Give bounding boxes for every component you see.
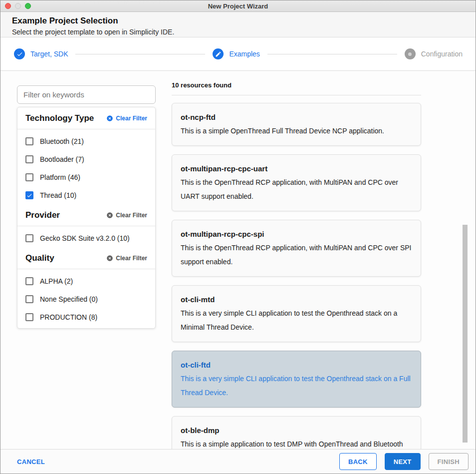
page-title: Example Project Selection [12, 16, 476, 26]
wizard-content: Technology Type Clear Filter Bluetooth (… [0, 71, 476, 449]
close-window-icon[interactable] [5, 3, 11, 9]
example-card-description: This is a very simple CLI application to… [181, 306, 412, 334]
checkbox-icon[interactable] [25, 155, 33, 163]
example-card-list: ot-ncp-ftd This is a simple OpenThread F… [172, 103, 421, 473]
back-button[interactable]: BACK [339, 453, 377, 470]
filter-checkbox-bluetooth-21[interactable]: Bluetooth (21) [17, 132, 155, 150]
filter-panel: Technology Type Clear Filter Bluetooth (… [17, 107, 156, 329]
checkbox-icon[interactable] [25, 173, 33, 181]
checkbox-icon[interactable] [25, 191, 33, 199]
filter-checkbox-platform-46[interactable]: Platform (46) [17, 168, 155, 186]
wizard-stepper: Target, SDK Examples Configuration [0, 37, 476, 71]
window-titlebar[interactable]: New Project Wizard [0, 0, 476, 12]
checkbox-label: Thread (10) [40, 191, 76, 199]
filter-section-header-provider: Provider Clear Filter [17, 204, 155, 226]
example-card-title: ot-multipan-rcp-cpc-spi [181, 230, 412, 238]
footer-actions: BACK NEXT FINISH [339, 453, 469, 470]
stepper-connector [267, 54, 397, 54]
checkbox-icon[interactable] [25, 313, 33, 321]
clear-filter-label: Clear Filter [116, 255, 147, 262]
example-card-title: ot-multipan-rcp-cpc-uart [181, 164, 412, 173]
step-label-examples: Examples [229, 50, 259, 58]
minimize-window-icon[interactable] [15, 3, 21, 9]
results-count: 10 resources found [172, 81, 421, 89]
filter-checkbox-alpha-2[interactable]: ALPHA (2) [17, 272, 155, 290]
filter-checkbox-gecko-sdk-suite-v3-2-0-10[interactable]: Gecko SDK Suite v3.2.0 (10) [17, 229, 155, 247]
window-title: New Project Wizard [0, 2, 476, 10]
step-target-sdk[interactable]: Target, SDK [14, 48, 68, 59]
step-complete-check-icon [14, 48, 25, 59]
checkbox-label: None Specified (0) [40, 295, 98, 303]
keyword-filter-input[interactable] [17, 85, 156, 104]
example-card-title: ot-cli-mtd [181, 295, 412, 304]
step-edit-pencil-icon [213, 48, 224, 59]
results-panel: 10 resources found ot-ncp-ftd This is a … [172, 81, 421, 473]
example-card-description: This is the OpenThread RCP application, … [181, 175, 412, 203]
zoom-window-icon[interactable] [25, 3, 31, 9]
example-card-ot-multipan-rcp-cpc-uart[interactable]: ot-multipan-rcp-cpc-uart This is the Ope… [172, 154, 421, 211]
checkbox-icon[interactable] [25, 295, 33, 303]
checkbox-icon[interactable] [25, 277, 33, 285]
checkbox-label: Gecko SDK Suite v3.2.0 (10) [40, 234, 130, 242]
example-card-ot-cli-ftd[interactable]: ot-cli-ftd This is a very simple CLI app… [172, 351, 421, 408]
step-examples[interactable]: Examples [213, 48, 259, 59]
example-card-description: This is a simple OpenThread Full Thread … [181, 124, 412, 138]
clear-filter-label: Clear Filter [116, 212, 147, 219]
example-card-ot-ncp-ftd[interactable]: ot-ncp-ftd This is a simple OpenThread F… [172, 103, 421, 146]
checkbox-label: ALPHA (2) [40, 277, 73, 285]
example-card-title: ot-ble-dmp [181, 426, 412, 435]
clear-filter-button-quality[interactable]: Clear Filter [106, 255, 147, 262]
example-card-title: ot-cli-ftd [181, 361, 412, 369]
filter-section-header-technology-type: Technology Type Clear Filter [17, 107, 155, 129]
stepper-connector [75, 54, 205, 54]
clear-filter-x-circle-icon [106, 115, 113, 122]
clear-filter-label: Clear Filter [116, 115, 147, 122]
window-controls [5, 3, 31, 9]
checkbox-label: PRODUCTION (8) [40, 313, 97, 321]
checkbox-label: Platform (46) [40, 173, 80, 181]
filter-section-title: Technology Type [25, 113, 94, 123]
filter-checkbox-none-specified-0[interactable]: None Specified (0) [17, 290, 155, 308]
page-subtitle: Select the project template to open in S… [12, 28, 476, 36]
clear-filter-x-circle-icon [106, 212, 113, 219]
example-card-ot-multipan-rcp-cpc-spi[interactable]: ot-multipan-rcp-cpc-spi This is the Open… [172, 220, 421, 277]
filter-section-header-quality: Quality Clear Filter [17, 247, 155, 269]
example-card-description: This is a very simple CLI application to… [181, 372, 412, 400]
cancel-button[interactable]: CANCEL [17, 458, 45, 466]
filter-checkbox-production-8[interactable]: PRODUCTION (8) [17, 308, 155, 326]
filter-section-title: Provider [25, 210, 60, 220]
step-label-target-sdk: Target, SDK [30, 50, 68, 58]
filter-sidebar: Technology Type Clear Filter Bluetooth (… [17, 85, 156, 329]
clear-filter-x-circle-icon [106, 255, 113, 262]
filter-checkbox-thread-10[interactable]: Thread (10) [17, 186, 155, 204]
clear-filter-button-provider[interactable]: Clear Filter [106, 212, 147, 219]
checkbox-label: Bluetooth (21) [40, 137, 84, 145]
wizard-header: Example Project Selection Select the pro… [0, 12, 476, 37]
example-card-ot-cli-mtd[interactable]: ot-cli-mtd This is a very simple CLI app… [172, 285, 421, 342]
finish-button[interactable]: FINISH [429, 453, 469, 470]
clear-filter-button-technology-type[interactable]: Clear Filter [106, 115, 147, 122]
results-divider [172, 95, 421, 95]
filter-section-title: Quality [25, 253, 54, 263]
scrollbar-thumb[interactable] [463, 225, 468, 443]
checkbox-label: Bootloader (7) [40, 155, 84, 163]
step-pending-dot-icon [405, 48, 416, 59]
step-label-configuration: Configuration [421, 50, 463, 58]
example-card-description: This is the OpenThread RCP application, … [181, 241, 412, 269]
checkbox-icon[interactable] [25, 234, 33, 242]
wizard-footer: CANCEL BACK NEXT FINISH [0, 449, 476, 474]
next-button[interactable]: NEXT [385, 453, 421, 470]
example-card-title: ot-ncp-ftd [181, 113, 412, 121]
checkbox-icon[interactable] [25, 137, 33, 145]
step-configuration: Configuration [405, 48, 463, 59]
filter-checkbox-bootloader-7[interactable]: Bootloader (7) [17, 150, 155, 168]
new-project-wizard-window: New Project Wizard Example Project Selec… [0, 0, 476, 474]
